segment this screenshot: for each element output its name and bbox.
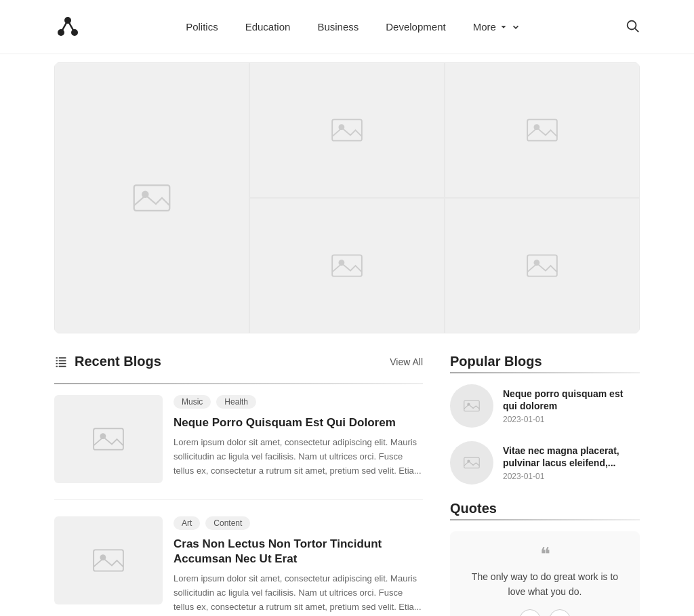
svg-rect-17 [56,357,58,358]
svg-rect-9 [332,119,362,140]
section-divider [54,383,423,384]
svg-line-3 [61,20,68,33]
svg-rect-13 [332,255,362,276]
tag[interactable]: Health [216,395,256,409]
blog-excerpt: Lorem ipsum dolor sit amet, consectetur … [174,436,423,478]
svg-rect-11 [527,119,557,140]
popular-blog-date: 2023-01-01 [503,472,640,481]
view-all-link[interactable]: View All [390,356,423,367]
quote-mark: ❝ [464,545,626,564]
popular-blog-item[interactable]: Vitae nec magna placerat, pulvinar lacus… [450,441,640,485]
list-icon [54,355,68,369]
svg-rect-22 [59,363,66,364]
svg-rect-29 [464,401,479,411]
popular-blog-thumbnail [450,441,493,485]
nav-development[interactable]: Development [386,21,445,33]
quote-navigation: ‹ › [464,609,626,616]
placeholder-image [462,453,481,472]
hero-cell-large[interactable] [54,62,249,333]
svg-rect-21 [56,363,58,364]
blog-card: Art Content Cras Non Lectus Non Tortor T… [54,516,423,616]
quote-box: ❝ The only way to do great work is to lo… [450,531,640,616]
svg-rect-27 [94,550,123,571]
recent-blogs-title: Recent Blogs [75,354,161,369]
recent-blogs-section: Recent Blogs View All Music Health Neque… [54,354,423,616]
svg-rect-7 [134,185,170,211]
section-header: Recent Blogs View All [54,354,423,369]
chevron-down-icon [499,22,508,32]
popular-blog-info: Vitae nec magna placerat, pulvinar lacus… [503,445,640,481]
sidebar: Popular Blogs Neque porro quisquam est q… [450,354,640,616]
placeholder-image [525,113,559,147]
quote-next-button[interactable]: › [549,609,571,616]
svg-rect-25 [94,428,123,449]
tag[interactable]: Music [174,395,211,409]
placeholder-image [131,178,172,218]
blog-thumbnail[interactable] [54,516,163,604]
hero-grid [54,62,640,333]
tag-list: Music Health [174,395,423,409]
nav-business[interactable]: Business [317,21,359,33]
quotes-divider [450,519,640,520]
hero-cell-bottom-right[interactable] [445,198,640,333]
chevron-down-icon [511,22,520,32]
tag[interactable]: Content [205,516,250,530]
nav-education[interactable]: Education [245,21,291,33]
placeholder-image [462,396,481,415]
search-button[interactable] [625,18,640,36]
popular-blog-title-text: Neque porro quisquam est qui dolorem [503,388,640,412]
placeholder-image [330,249,364,283]
tag-list: Art Content [174,516,423,530]
popular-blog-title-text: Vitae nec magna placerat, pulvinar lacus… [503,445,640,469]
svg-rect-20 [59,360,66,361]
svg-line-6 [635,28,638,32]
hero-cell-bottom-center[interactable] [249,198,445,333]
hero-cell-top-right[interactable] [445,62,640,198]
svg-rect-18 [59,357,66,358]
svg-rect-15 [527,255,557,276]
tag[interactable]: Art [174,516,200,530]
svg-rect-19 [56,360,58,361]
quotes-section: Quotes ❝ The only way to do great work i… [450,501,640,616]
popular-blog-date: 2023-01-01 [503,415,640,424]
sidebar-divider [450,372,640,373]
popular-blog-thumbnail [450,384,493,428]
svg-rect-31 [464,457,479,468]
svg-rect-24 [59,365,66,367]
navbar: Politics Education Business Development … [0,0,694,54]
quotes-title: Quotes [450,501,640,516]
blog-thumbnail[interactable] [54,395,163,483]
popular-blog-info: Neque porro quisquam est qui dolorem 202… [503,388,640,424]
blog-excerpt: Lorem ipsum dolor sit amet, consectetur … [174,572,423,614]
nav-links: Politics Education Business Development … [186,21,520,33]
content-area: Recent Blogs View All Music Health Neque… [54,354,640,616]
section-title: Recent Blogs [54,354,161,369]
hero-cell-top-center[interactable] [249,62,445,198]
placeholder-image [91,543,125,577]
blog-info: Music Health Neque Porro Quisquam Est Qu… [174,395,423,483]
placeholder-image [91,422,125,456]
logo[interactable] [54,12,81,42]
svg-point-5 [628,20,636,29]
blog-title[interactable]: Neque Porro Quisquam Est Qui Dolorem [174,415,423,430]
nav-more[interactable]: More [473,21,520,33]
svg-line-4 [68,20,75,33]
placeholder-image [525,249,559,283]
popular-blog-item[interactable]: Neque porro quisquam est qui dolorem 202… [450,384,640,428]
svg-rect-23 [56,365,58,367]
blog-card: Music Health Neque Porro Quisquam Est Qu… [54,395,423,500]
popular-blogs-title: Popular Blogs [450,354,640,369]
search-icon [625,18,640,33]
placeholder-image [330,113,364,147]
quote-prev-button[interactable]: ‹ [519,609,541,616]
nav-politics[interactable]: Politics [186,21,218,33]
blog-info: Art Content Cras Non Lectus Non Tortor T… [174,516,423,615]
quote-text: The only way to do great work is to love… [464,569,626,600]
blog-title[interactable]: Cras Non Lectus Non Tortor Tincidunt Acc… [174,537,423,567]
